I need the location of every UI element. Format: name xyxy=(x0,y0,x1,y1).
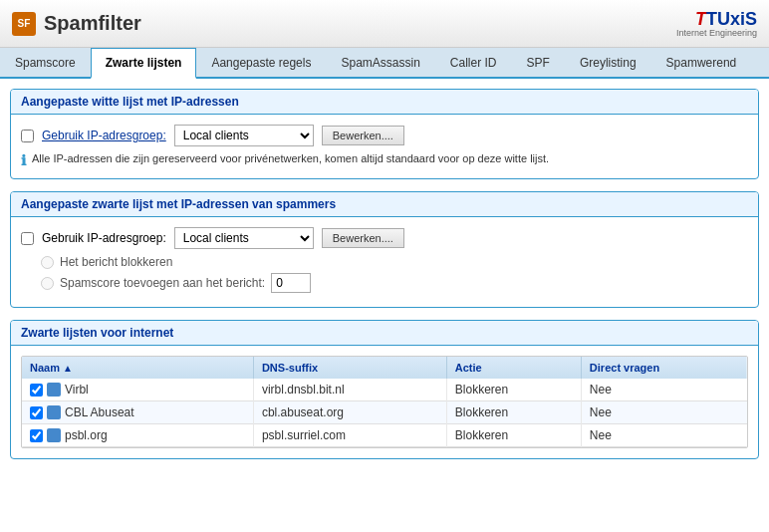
row3-dns: psbl.surriel.com xyxy=(253,424,446,447)
whitelist-info-text: Alle IP-adressen die zijn gereserveerd v… xyxy=(32,152,549,164)
app-header: SF Spamfilter TTUxiS Internet Engineerin… xyxy=(0,0,769,48)
row3-direct: Nee xyxy=(581,424,747,447)
app-title-container: SF Spamfilter xyxy=(12,12,141,36)
col-dns: DNS-suffix xyxy=(253,357,446,379)
internet-blacklist-title: Zwarte lijsten voor internet xyxy=(11,321,758,346)
row2-checkbox[interactable] xyxy=(30,406,43,419)
internet-blacklist-section: Zwarte lijsten voor internet Naam ▲ DNS-… xyxy=(10,320,759,459)
tab-aangepaste-regels[interactable]: Aangepaste regels xyxy=(196,48,326,79)
tuxis-logo: TTUxiS Internet Engineering xyxy=(676,10,757,38)
row2-dns: cbl.abuseat.org xyxy=(253,401,446,424)
row1-icon xyxy=(47,383,61,397)
radio-block-label: Het bericht blokkeren xyxy=(60,255,172,269)
row2-icon xyxy=(47,405,61,419)
whitelist-form-row: Gebruik IP-adresgroep: Local clients Cus… xyxy=(21,125,748,146)
custom-blacklist-section: Aangepaste zwarte lijst met IP-adressen … xyxy=(10,191,759,308)
whitelist-checkbox-label[interactable]: Gebruik IP-adresgroep: xyxy=(42,129,166,142)
blacklist-edit-button[interactable]: Bewerken.... xyxy=(322,228,404,248)
custom-blacklist-title: Aangepaste zwarte lijst met IP-adressen … xyxy=(11,192,758,217)
tab-greylisting[interactable]: Greylisting xyxy=(565,48,651,79)
row1-dns: virbl.dnsbl.bit.nl xyxy=(253,379,446,401)
row3-icon xyxy=(47,428,61,442)
whitelist-body: Gebruik IP-adresgroep: Local clients Cus… xyxy=(11,115,758,178)
whitelist-checkbox[interactable] xyxy=(21,130,34,142)
radio-score-row: Spamscore toevoegen aan het bericht: xyxy=(41,273,748,293)
whitelist-dropdown[interactable]: Local clients Custom xyxy=(174,125,314,146)
row1-name: Virbl xyxy=(22,379,253,401)
col-direct: Direct vragen xyxy=(581,357,747,379)
table-row: Virbl virbl.dnsbl.bit.nl Blokkeren Nee xyxy=(22,379,747,401)
internet-blacklist-body: Naam ▲ DNS-suffix Actie Direct vragen xyxy=(11,346,758,458)
whitelist-edit-button[interactable]: Bewerken.... xyxy=(322,126,404,145)
radio-score-label: Spamscore toevoegen aan het bericht: xyxy=(60,276,265,290)
logo-text: TTUxiS xyxy=(695,10,757,28)
col-naam: Naam ▲ xyxy=(22,357,253,379)
table-header-row: Naam ▲ DNS-suffix Actie Direct vragen xyxy=(22,357,747,379)
whitelist-info-row: ℹ Alle IP-adressen die zijn gereserveerd… xyxy=(21,152,748,168)
tab-caller-id[interactable]: Caller ID xyxy=(435,48,512,79)
row3-checkbox[interactable] xyxy=(30,429,43,442)
custom-blacklist-body: Gebruik IP-adresgroep: Local clients Cus… xyxy=(11,217,758,307)
tab-spf[interactable]: SPF xyxy=(512,48,565,79)
blacklist-checkbox[interactable] xyxy=(21,232,34,245)
radio-block-row: Het bericht blokkeren xyxy=(41,255,748,269)
tab-spamscore[interactable]: Spamscore xyxy=(0,48,91,79)
row2-action: Blokkeren xyxy=(446,401,581,424)
blacklist-form-row: Gebruik IP-adresgroep: Local clients Cus… xyxy=(21,227,748,249)
logo-subtitle: Internet Engineering xyxy=(676,28,757,38)
app-title: Spamfilter xyxy=(44,12,141,35)
tab-spamassassin[interactable]: SpamAssassin xyxy=(326,48,434,79)
table-row: CBL Abuseat cbl.abuseat.org Blokkeren Ne… xyxy=(22,401,747,424)
row1-action: Blokkeren xyxy=(446,379,581,401)
col-actie: Actie xyxy=(446,357,581,379)
blacklist-checkbox-label: Gebruik IP-adresgroep: xyxy=(42,231,166,245)
tab-zwarte-lijsten[interactable]: Zwarte lijsten xyxy=(91,48,197,79)
row3-name: psbl.org xyxy=(22,424,253,447)
sort-icon: ▲ xyxy=(63,363,73,374)
whitelist-section: Aangepaste witte lijst met IP-adressen G… xyxy=(10,89,759,179)
tabs-bar: Spamscore Zwarte lijsten Aangepaste rege… xyxy=(0,48,769,79)
info-icon: ℹ xyxy=(21,152,26,168)
score-input[interactable] xyxy=(271,273,311,293)
row2-direct: Nee xyxy=(581,401,747,424)
main-content: Aangepaste witte lijst met IP-adressen G… xyxy=(0,79,769,532)
internet-blacklist-table: Naam ▲ DNS-suffix Actie Direct vragen xyxy=(22,357,747,447)
radio-block[interactable] xyxy=(41,256,54,269)
row1-direct: Nee xyxy=(581,379,747,401)
tab-spamwerend[interactable]: Spamwerend xyxy=(651,48,752,79)
row1-checkbox[interactable] xyxy=(30,384,43,397)
table-row: psbl.org psbl.surriel.com Blokkeren Nee xyxy=(22,424,747,447)
row2-name: CBL Abuseat xyxy=(22,401,253,424)
whitelist-title: Aangepaste witte lijst met IP-adressen xyxy=(11,90,758,115)
row3-action: Blokkeren xyxy=(446,424,581,447)
internet-blacklist-table-container: Naam ▲ DNS-suffix Actie Direct vragen xyxy=(21,356,748,448)
blacklist-dropdown[interactable]: Local clients Custom xyxy=(174,227,314,249)
radio-score[interactable] xyxy=(41,277,54,290)
app-icon: SF xyxy=(12,12,36,36)
